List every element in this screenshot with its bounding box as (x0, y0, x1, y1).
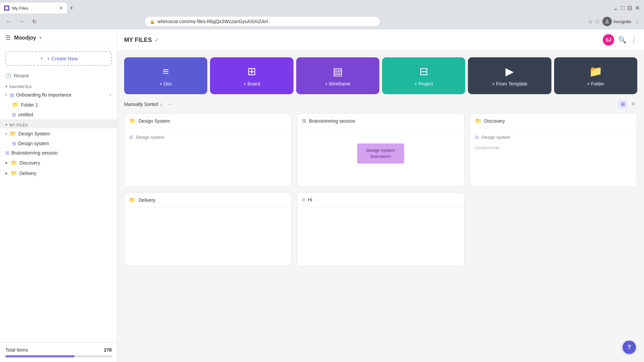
incognito-avatar (602, 17, 612, 26)
add-button[interactable]: + (109, 92, 112, 98)
help-button[interactable]: ? (623, 341, 636, 354)
address-actions: ☆ □ Incognito ⋮ (588, 17, 640, 26)
collapse-arrow-icon: ▾ (5, 132, 7, 135)
tab-title: My Files (12, 6, 56, 11)
create-board-tile[interactable]: ⊞ + Board (210, 57, 293, 94)
sidebar-recent-item[interactable]: 🕐 Recent (0, 70, 117, 81)
tab-close-button[interactable]: ✕ (59, 5, 63, 11)
file-card-brainstorm[interactable]: ⊞ Brainstomring session Design system br… (297, 113, 464, 187)
page-title: MY FILES ✓ (124, 37, 159, 44)
favorites-section-label: Favorites (10, 85, 32, 89)
svg-point-1 (606, 19, 608, 21)
star-icon[interactable]: ☆ (588, 18, 593, 25)
total-items-section: Total Items 278 (0, 342, 117, 362)
template-tile-icon: ▶ (505, 65, 514, 78)
file-card-body: ⊞ Design system Components (470, 128, 637, 179)
folder-tile-label: + Folder (587, 81, 604, 86)
svg-rect-0 (5, 6, 8, 10)
folder-icon: 📁 (129, 118, 136, 124)
file-card-header: ⊞ Brainstomring session (297, 114, 464, 128)
tab-controls: ⌄ □ ⊟ ✕ (613, 4, 644, 12)
create-doc-tile[interactable]: ≡ + Doc (124, 57, 207, 94)
doc-tile-label: + Doc (160, 81, 172, 86)
more-options-button[interactable]: ⋮ (631, 36, 637, 44)
file-card-item-label: Design system (136, 135, 164, 140)
tab-close-window-icon[interactable]: ✕ (635, 4, 640, 12)
file-card-item: ⊞ Design system (129, 133, 286, 141)
sidebar-item-delivery[interactable]: ▶ 📁 Delivery (0, 168, 117, 178)
sidebar-item-label: Design system (18, 141, 112, 146)
sidebar-item-untitled[interactable]: ⊞ untitled (0, 110, 117, 119)
sidebar-item-design-system[interactable]: ▾ 📁 Design System (0, 128, 117, 139)
extension-icon[interactable]: □ (596, 18, 599, 24)
template-tile-label: + From Template (492, 81, 527, 86)
file-card-name: Discovery (484, 118, 505, 124)
back-button[interactable]: ← (4, 17, 13, 26)
workspace-chevron-icon[interactable]: ▾ (40, 36, 42, 40)
file-card-item: ⊞ Design system (475, 133, 632, 141)
file-card-header: 📁 Delivery (124, 193, 291, 207)
project-tile-icon: ⊟ (419, 65, 428, 78)
url-text: whimsical.com/my-files-RbgQx3WzzanGysASi… (158, 19, 268, 24)
file-card-header: ≡ Hi (297, 193, 464, 207)
favorites-arrow-icon: ▾ (5, 84, 8, 89)
sidebar-item-discovery[interactable]: ▶ 📁 Discovery (0, 158, 117, 168)
file-card-name: Hi (308, 197, 312, 202)
file-card-item-label: Design system (482, 135, 510, 140)
file-card-discovery[interactable]: 📁 Discovery ⊞ Design system Components (470, 113, 637, 187)
menu-icon[interactable]: ⋮ (635, 18, 640, 25)
create-wireframe-tile[interactable]: ▤ + Wireframe (296, 57, 379, 94)
sidebar-item-label: Design System (18, 131, 112, 136)
file-card-delivery[interactable]: 📁 Delivery (124, 192, 291, 266)
incognito-badge: Incognito (602, 17, 631, 26)
progress-fill (5, 355, 74, 357)
create-template-tile[interactable]: ▶ + From Template (468, 57, 551, 94)
file-card-design-system[interactable]: 📁 Design System ⊞ Design system (124, 113, 291, 187)
search-button[interactable]: 🔍 (618, 36, 627, 44)
active-tab[interactable]: My Files ✕ (0, 3, 67, 13)
list-view-button[interactable]: ≡ (629, 100, 637, 109)
recent-clock-icon: 🕐 (5, 73, 11, 78)
sidebar-item-brainstorm[interactable]: ⊞ Brainstomring session (0, 148, 117, 158)
file-card-body (124, 207, 291, 258)
sticky-note: Design system brainstorm (357, 143, 404, 164)
refresh-button[interactable]: ↻ (30, 17, 39, 26)
sidebar-item-label: Delivery (19, 171, 112, 176)
board-icon: ⊞ (302, 118, 306, 124)
workspace-name[interactable]: Moodjoy (14, 35, 36, 41)
board-icon: ⊞ (129, 134, 133, 140)
verified-badge-icon: ✓ (155, 37, 159, 43)
file-card-item-label: Components (475, 145, 500, 150)
sidebar-item-onboarding[interactable]: ▾ ▤ Onboarding flo importance + (0, 90, 117, 100)
grid-view-button[interactable]: ⊞ (618, 100, 628, 109)
sort-more-button[interactable]: ··· (168, 101, 172, 107)
file-card-hi[interactable]: ≡ Hi (297, 192, 464, 266)
new-tab-button[interactable]: + (67, 3, 76, 13)
file-card-item: Components (475, 144, 632, 152)
doc-icon: ≡ (302, 197, 305, 203)
hamburger-button[interactable]: ☰ (5, 34, 11, 42)
create-project-tile[interactable]: ⊟ + Project (382, 57, 465, 94)
project-tile-label: + Project (414, 81, 433, 86)
sidebar-header: ☰ Moodjoy ▾ (0, 29, 117, 47)
create-new-button[interactable]: ＋ + Create New (5, 51, 112, 66)
sidebar: ☰ Moodjoy ▾ ＋ + Create New 🕐 Recent ▾ Fa… (0, 29, 117, 362)
tab-restore-icon[interactable]: □ (621, 4, 625, 12)
sidebar-item-folder1[interactable]: 📁 Folder 1 (0, 100, 117, 110)
board-tile-icon: ⊞ (247, 65, 256, 78)
user-avatar[interactable]: SJ (603, 34, 614, 46)
main-header: MY FILES ✓ SJ 🔍 ⋮ (117, 29, 644, 51)
url-bar[interactable]: 🔒 whimsical.com/my-files-RbgQx3WzzanGysA… (145, 17, 380, 26)
create-folder-tile[interactable]: 📁 + Folder (554, 57, 637, 94)
brainstorm-preview: Design system brainstorm (302, 133, 459, 174)
sidebar-item-design-system-board[interactable]: ⊞ Design system (0, 139, 117, 148)
tab-minimize-icon: ⌄ (613, 4, 618, 12)
tab-maximize-icon[interactable]: ⊟ (627, 4, 632, 12)
sidebar-item-label: Onboarding flo importance (16, 92, 107, 98)
forward-button[interactable]: → (17, 17, 26, 26)
sidebar-item-label: Discovery (19, 160, 112, 166)
sort-arrow-icon: ↓ (160, 102, 162, 107)
tab-favicon (4, 5, 9, 11)
tab-bar: My Files ✕ + ⌄ □ ⊟ ✕ (0, 0, 644, 13)
sort-button[interactable]: Manually Sorted ↓ (124, 102, 162, 107)
